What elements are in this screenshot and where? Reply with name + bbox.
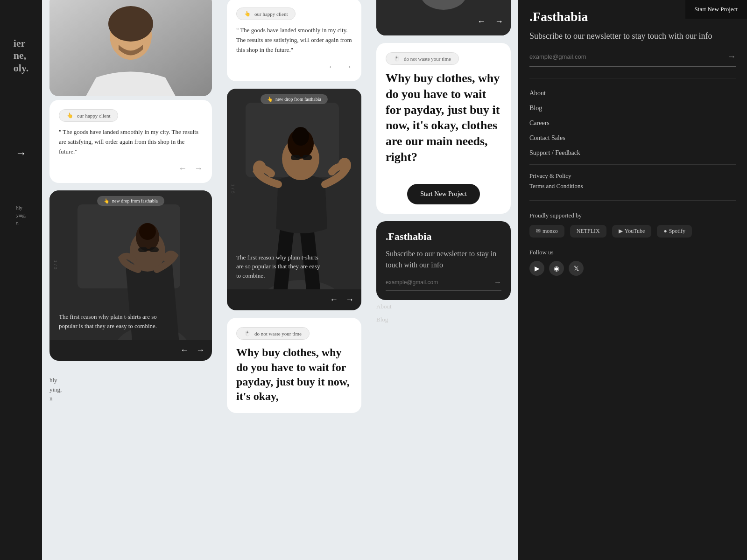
right-email-row: → bbox=[529, 52, 736, 67]
do-not-waste-tag-3: 🖱️ do not waste your time bbox=[386, 52, 459, 65]
svg-point-10 bbox=[139, 223, 156, 240]
blog-link[interactable]: Blog bbox=[518, 101, 747, 116]
svg-point-23 bbox=[253, 161, 266, 175]
next-arrow-1[interactable]: → bbox=[194, 164, 203, 174]
brand-name-3: .Fasthabia bbox=[386, 231, 501, 243]
nav-divider-1 bbox=[529, 78, 736, 78]
happy-client-tag-2: 👆 our happy client bbox=[236, 7, 296, 20]
mobile-column-1: 👆 our happy client " The goods have land… bbox=[42, 0, 219, 560]
cursor-icon-2: 👆 bbox=[244, 11, 251, 17]
top-prev[interactable]: ← bbox=[477, 17, 486, 27]
start-project-top-btn[interactable]: Start New Project bbox=[685, 0, 747, 19]
email-row-3: → bbox=[386, 278, 501, 291]
right-email-input[interactable] bbox=[529, 53, 727, 60]
follow-section: Follow us ▶ ◉ 𝕏 bbox=[518, 245, 747, 280]
privacy-link[interactable]: Privacy & Policy bbox=[529, 172, 736, 180]
support-feedback-link[interactable]: Support / Feedback bbox=[518, 146, 747, 161]
right-subscribe-text: Subscribe to our newsletter to stay touc… bbox=[518, 30, 747, 52]
contact-sales-link[interactable]: Contact Sales bbox=[518, 131, 747, 146]
fashion-overlay-text-2: The first reason why plain t-shirts are … bbox=[236, 253, 324, 280]
start-project-btn-3[interactable]: Start New Project bbox=[407, 184, 480, 204]
happy-client-tag-1: 👆 our happy client bbox=[59, 109, 118, 122]
bottom-partial-text: hlyying,n bbox=[42, 368, 219, 411]
newsletter-text-3: Subscribe to our newsletter to stay in t… bbox=[386, 248, 501, 271]
youtube-social-icon[interactable]: ▶ bbox=[529, 261, 544, 276]
instagram-social-icon[interactable]: ◉ bbox=[549, 261, 564, 276]
twitter-social-icon[interactable]: 𝕏 bbox=[569, 261, 584, 276]
do-not-waste-tag-2: 🖱️ do not waste your time bbox=[236, 327, 310, 340]
slide-indicator-2: 1 / 5 bbox=[231, 184, 235, 194]
follow-label: Follow us bbox=[529, 249, 736, 256]
right-send-arrow[interactable]: → bbox=[727, 52, 736, 62]
fashion-overlay-text-1: The first reason why plain t-shirts are … bbox=[59, 312, 175, 330]
cta-heading-2: Why buy clothes, why do you have to wait… bbox=[236, 345, 352, 404]
svg-point-3 bbox=[108, 6, 153, 42]
fashion-card-1: 👆 new drop from fasthabia 1 / 5 The firs… bbox=[49, 190, 212, 361]
fashion-next-1[interactable]: → bbox=[196, 345, 204, 355]
cursor-icon-3: 🖱️ bbox=[244, 330, 251, 336]
mobile-column-2: 👆 our happy client " The goods have land… bbox=[219, 0, 369, 560]
fashion-prev-2[interactable]: ← bbox=[330, 295, 338, 305]
fashion-nav-2: ← → bbox=[227, 289, 361, 310]
testimonial-nav-2: ← → bbox=[236, 62, 352, 72]
spotify-logo: ● Spotify bbox=[657, 225, 692, 238]
svg-rect-20 bbox=[291, 155, 300, 160]
fashion-next-2[interactable]: → bbox=[345, 295, 354, 305]
cta-heading-3: Why buy clothes, why do you have to wait… bbox=[386, 70, 501, 165]
svg-rect-12 bbox=[149, 247, 159, 252]
about-link-3[interactable]: About bbox=[376, 300, 511, 313]
right-panel: Start New Project .Fasthabia Subscribe t… bbox=[518, 0, 747, 560]
cta-card-3: 🖱️ do not waste your time Why buy clothe… bbox=[376, 43, 511, 214]
slide-indicator-1: 1 / 5 bbox=[53, 260, 58, 270]
fashion-nav-1: ← → bbox=[49, 340, 212, 361]
blog-link-3[interactable]: Blog bbox=[376, 313, 511, 326]
newsletter-card-3: .Fasthabia Subscribe to our newsletter t… bbox=[376, 221, 511, 300]
svg-rect-11 bbox=[138, 247, 148, 252]
cursor-icon-1: 👆 bbox=[67, 112, 73, 119]
top-partial-arrows: ← → bbox=[477, 17, 503, 27]
left-arrow[interactable]: → bbox=[15, 147, 27, 160]
social-icons: ▶ ◉ 𝕏 bbox=[529, 261, 736, 276]
email-input-3[interactable] bbox=[386, 279, 494, 286]
new-drop-tag-2: 👆 new drop from fasthabia bbox=[261, 94, 328, 104]
supported-label: Proudly supported by bbox=[529, 212, 736, 219]
testimonial-nav-1: ← → bbox=[59, 164, 203, 174]
fashion-prev-1[interactable]: ← bbox=[180, 345, 189, 355]
footer-links: Privacy & Policy Terms and Conditions bbox=[518, 168, 747, 196]
send-arrow-3[interactable]: → bbox=[494, 278, 501, 287]
next-arrow-2[interactable]: → bbox=[344, 62, 352, 72]
new-drop-tag-1: 👆 new drop from fasthabia bbox=[97, 196, 164, 206]
brand-logos: ✉ monzo NETFLIX ▶ YouTube ● Spotify bbox=[529, 225, 736, 238]
left-partial-panel: ierne,oly. → hlyying,n bbox=[0, 0, 42, 560]
cta-card-2: 🖱️ do not waste your time Why buy clothe… bbox=[227, 318, 361, 413]
nav-divider-3 bbox=[529, 200, 736, 201]
testimonial-card-2: 👆 our happy client " The goods have land… bbox=[227, 0, 361, 81]
footer-nav-3: About Blog bbox=[376, 300, 511, 326]
prev-arrow-1[interactable]: ← bbox=[178, 164, 187, 174]
mobile-column-3: ← → 🖱️ do not waste your time Why buy cl… bbox=[369, 0, 518, 560]
top-next[interactable]: → bbox=[495, 17, 503, 27]
supported-section: Proudly supported by ✉ monzo NETFLIX ▶ Y… bbox=[518, 204, 747, 245]
about-link[interactable]: About bbox=[518, 86, 747, 101]
netflix-logo: NETFLIX bbox=[570, 225, 606, 238]
fashion-card-2: 👆 new drop from fasthabia 1 / 5 The firs… bbox=[227, 89, 361, 310]
top-dark-partial: ← → bbox=[376, 0, 511, 35]
nav-divider-2 bbox=[529, 164, 736, 165]
svg-rect-21 bbox=[303, 155, 312, 160]
prev-arrow-2[interactable]: ← bbox=[328, 62, 336, 72]
testimonial-card-1: 👆 our happy client " The goods have land… bbox=[49, 100, 212, 183]
headshot-card bbox=[49, 0, 212, 96]
careers-link[interactable]: Careers bbox=[518, 116, 747, 131]
youtube-logo: ▶ YouTube bbox=[612, 225, 652, 238]
svg-point-19 bbox=[292, 127, 309, 146]
cursor-icon-4: 🖱️ bbox=[394, 56, 400, 62]
terms-link[interactable]: Terms and Conditions bbox=[529, 182, 736, 190]
svg-point-24 bbox=[338, 158, 351, 173]
monzo-logo: ✉ monzo bbox=[529, 225, 564, 238]
